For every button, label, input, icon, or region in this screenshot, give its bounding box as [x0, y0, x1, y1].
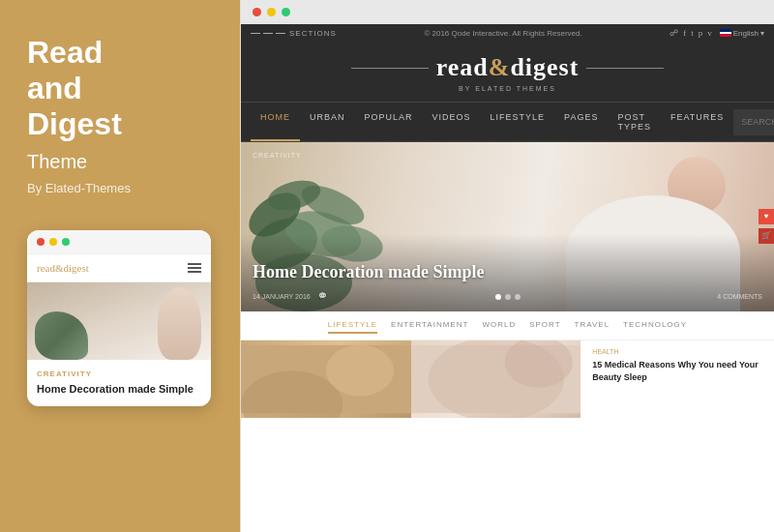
mobile-card-body: CREATIVITY Home Decoration made Simple — [27, 360, 211, 405]
hero-title: Home Decoration made Simple — [253, 262, 484, 282]
browser-titlebar — [241, 0, 774, 24]
search-input[interactable] — [741, 117, 774, 127]
mobile-logo-text1: read — [37, 262, 55, 274]
title-line3: Digest — [27, 106, 122, 141]
grid-img2-decoration — [411, 340, 581, 418]
topbar-left: SECTIONS — [251, 29, 337, 38]
nav-item-videos[interactable]: VIDEOS — [423, 103, 481, 141]
logo-wrapper: read&digest — [260, 53, 755, 82]
bottom-grid: HEALTH 15 Medical Reasons Why You need Y… — [241, 340, 774, 532]
tab-world[interactable]: WORLD — [482, 317, 516, 334]
hero-section-label: CREATIVITY — [253, 152, 302, 159]
mobile-logo: read&digest — [37, 262, 89, 274]
sections-label[interactable]: SECTIONS — [289, 29, 337, 38]
tab-lifestyle[interactable]: LIFESTYLE — [328, 317, 377, 334]
title-line1: Read — [27, 35, 103, 70]
nav-item-urban[interactable]: URBAN — [300, 103, 355, 141]
lang-chevron-icon: ▾ — [760, 29, 764, 38]
theme-title: Read and Digest — [27, 35, 213, 141]
browser-dot-red — [253, 8, 261, 16]
nav-item-posttypes[interactable]: POST TYPES — [608, 103, 661, 141]
title-line2: and — [27, 71, 82, 105]
grid-article-tag: HEALTH — [592, 348, 762, 355]
facebook-icon[interactable]: f — [683, 28, 686, 38]
mobile-logo-amp: & — [55, 262, 64, 274]
lang-label: English — [733, 29, 759, 38]
nav-items: HOME URBAN POPULAR VIDEOS LIFESTYLE PAGE… — [251, 103, 733, 141]
hero-date: 14 JANUARY 2016 — [253, 293, 311, 300]
mobile-dot-green — [62, 238, 70, 246]
logo-ampersand: & — [489, 53, 511, 81]
theme-subtitle: Theme — [27, 151, 213, 173]
topbar-copyright: © 2016 Qode Interactive. All Rights Rese… — [424, 29, 581, 38]
grid-image-2 — [411, 340, 581, 418]
tab-travel[interactable]: TRAVEL — [575, 317, 610, 334]
mobile-hamburger-icon[interactable] — [188, 263, 201, 273]
mobile-card-tag: CREATIVITY — [37, 369, 201, 378]
nav-item-features[interactable]: FEATURES — [661, 103, 733, 141]
site-tagline: BY ELATED THEMES — [260, 85, 755, 92]
sections-icon[interactable] — [251, 32, 285, 35]
nav-search-bar: 🔍 — [733, 109, 774, 135]
browser-dot-green — [282, 8, 290, 16]
browser-panel: SECTIONS © 2016 Qode Interactive. All Ri… — [240, 0, 774, 532]
nav-item-pages[interactable]: PAGES — [554, 103, 608, 141]
sidebar-icon-cart[interactable]: 🛒 — [759, 228, 774, 244]
tab-sport[interactable]: SPORT — [529, 317, 560, 334]
left-panel: Read and Digest Theme By Elated-Themes r… — [0, 0, 240, 532]
heart-icon: ♥ — [764, 212, 769, 221]
hero-meta-left: 14 JANUARY 2016 💬 — [253, 292, 327, 300]
pinterest-icon[interactable]: p — [699, 28, 703, 38]
tab-technology[interactable]: TECHNOLOGY — [623, 317, 687, 334]
hero-dot-1[interactable] — [495, 294, 501, 300]
site-header: read&digest BY ELATED THEMES — [241, 42, 774, 103]
mobile-card-image — [27, 282, 211, 360]
svg-point-9 — [326, 345, 394, 397]
mobile-nav: read&digest — [27, 254, 211, 282]
cart-icon: 🛒 — [761, 231, 771, 240]
nav-item-popular[interactable]: POPULAR — [355, 103, 423, 141]
site-logo[interactable]: read&digest — [436, 53, 580, 82]
logo-line-left — [351, 68, 429, 69]
hero-meta-right: 4 COMMENTS — [717, 293, 762, 300]
site-topbar: SECTIONS © 2016 Qode Interactive. All Ri… — [241, 24, 774, 42]
nav-item-home[interactable]: HOME — [251, 103, 300, 141]
logo-text-before: read — [436, 53, 489, 81]
mobile-dot-red — [37, 238, 45, 246]
hero-section: ♥ 🛒 CREATIVITY Home Decoration made Simp… — [241, 142, 774, 311]
logo-line-right — [586, 68, 664, 69]
grid-article-title: 15 Medical Reasons Why You need Your Bea… — [592, 359, 762, 383]
flag-icon — [720, 29, 731, 37]
tab-entertainment[interactable]: ENTERTAINMENT — [391, 317, 468, 334]
hero-dot-3[interactable] — [515, 294, 521, 300]
grid-image-1 — [241, 340, 411, 418]
mobile-logo-text2: digest — [64, 262, 89, 274]
nav-item-lifestyle[interactable]: LIFESTYLE — [481, 103, 555, 141]
mobile-card-title: Home Decoration made Simple — [37, 382, 201, 396]
hero-comments: 4 COMMENTS — [717, 293, 762, 300]
grid-article-text: HEALTH 15 Medical Reasons Why You need Y… — [580, 340, 774, 532]
logo-text-after: digest — [510, 53, 579, 81]
social-icons: ☍ f t p v — [670, 28, 712, 38]
mobile-titlebar — [27, 230, 211, 254]
grid-img1-decoration — [241, 340, 411, 418]
browser-dot-yellow — [267, 8, 276, 16]
sidebar-icon-heart[interactable]: ♥ — [759, 209, 774, 224]
mobile-person-decoration — [158, 287, 201, 360]
hero-dot-2[interactable] — [505, 294, 511, 300]
instagram-icon[interactable]: ☍ — [670, 28, 678, 38]
hero-sidebar-icons: ♥ 🛒 — [759, 209, 774, 246]
mobile-dot-yellow — [49, 238, 57, 246]
theme-by: By Elated-Themes — [27, 181, 213, 195]
mobile-preview: read&digest CREATIVITY Home Decoration m… — [27, 230, 211, 405]
hero-nav-dots — [495, 294, 521, 300]
hero-comment-icon: 💬 — [318, 292, 327, 300]
site-nav: HOME URBAN POPULAR VIDEOS LIFESTYLE PAGE… — [241, 103, 774, 142]
twitter-icon[interactable]: t — [691, 28, 694, 38]
topbar-right: ☍ f t p v English ▾ — [670, 28, 764, 38]
category-tabs: LIFESTYLE ENTERTAINMENT WORLD SPORT TRAV… — [241, 311, 774, 340]
vimeo-icon[interactable]: v — [707, 28, 712, 38]
language-selector[interactable]: English ▾ — [720, 29, 764, 38]
